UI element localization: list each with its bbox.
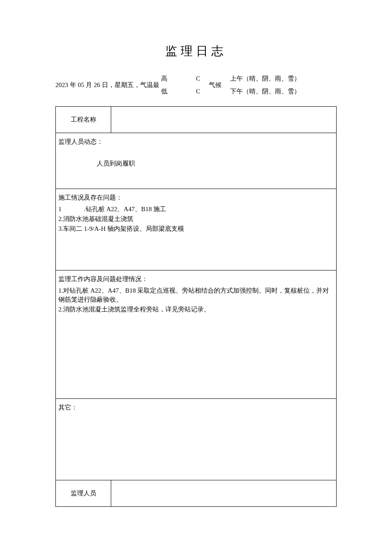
construction-item-1-text: .钻孔桩 A22、A47、B18 施工 xyxy=(84,205,166,214)
weather-column: 上午（晴、阴、雨、雪） 下午（晴、阴、雨、雪） xyxy=(230,72,300,98)
construction-item-2: 2.消防水池基础混凝土浇筑 xyxy=(58,215,334,224)
supervision-item-2: 2.消防水池混凝土浇筑监理全程旁站，详见旁站记录。 xyxy=(58,305,334,314)
climate-label: 气候 xyxy=(209,81,222,90)
other-title: 其它： xyxy=(58,403,334,412)
supervision-row: 监理工作内容及问题处理情况： 1.对钻孔桩 A22、A47、B18 采取定点巡视… xyxy=(56,270,336,399)
personnel-title: 监理人员动态： xyxy=(58,137,334,146)
morning-weather: 上午（晴、阴、雨、雪） xyxy=(230,72,300,85)
construction-title: 施工情况及存在问题： xyxy=(58,193,334,202)
personnel-duty-text: 人员到岗履职 xyxy=(58,159,334,168)
supervisor-row: 监理人员 xyxy=(56,480,336,506)
other-row: 其它： xyxy=(56,399,336,480)
project-name-value[interactable] xyxy=(111,107,336,133)
supervision-title: 监理工作内容及问题处理情况： xyxy=(58,275,334,284)
construction-row: 施工情况及存在问题： 1 .钻孔桩 A22、A47、B18 施工 2.消防水池基… xyxy=(56,189,336,270)
construction-item-1-num: 1 xyxy=(58,205,63,214)
project-name-row: 工程名称 xyxy=(56,107,336,133)
temp-high-label: 高 xyxy=(161,72,167,85)
meta-right: C C 气候 上午（晴、阴、雨、雪） 下午（晴、阴、雨、雪） xyxy=(196,72,337,98)
personnel-row: 监理人员动态： 人员到岗履职 xyxy=(56,133,336,189)
c-label-bottom: C xyxy=(196,85,200,98)
c-label-top: C xyxy=(196,72,200,85)
page-title: 监理日志 xyxy=(55,43,337,59)
main-table: 工程名称 监理人员动态： 人员到岗履职 施工情况及存在问题： 1 .钻孔桩 A2… xyxy=(55,106,337,507)
afternoon-weather: 下午（晴、阴、雨、雪） xyxy=(230,85,300,98)
high-low-stack: 高 低 xyxy=(161,72,167,98)
temp-low-label: 低 xyxy=(161,85,167,98)
supervisor-value[interactable] xyxy=(111,480,336,506)
meta-row: 2023 年 05 月 26 日，星期五，气温最 高 低 C C 气候 上午（晴… xyxy=(55,72,337,98)
construction-item-1: 1 .钻孔桩 A22、A47、B18 施工 xyxy=(58,205,334,214)
construction-item-3: 3.车间二 1-9/A-H 轴内架搭设、局部梁底支模 xyxy=(58,224,334,233)
c-column: C C xyxy=(196,72,200,98)
supervision-item-1: 1.对钻孔桩 A22、A47、B18 采取定点巡视、旁站相结合的方式加强控制。同… xyxy=(58,286,334,304)
meta-left: 2023 年 05 月 26 日，星期五，气温最 高 低 xyxy=(55,72,196,98)
project-name-label: 工程名称 xyxy=(56,107,111,133)
supervisor-label: 监理人员 xyxy=(56,480,111,506)
date-text: 2023 年 05 月 26 日，星期五，气温最 xyxy=(55,81,159,90)
